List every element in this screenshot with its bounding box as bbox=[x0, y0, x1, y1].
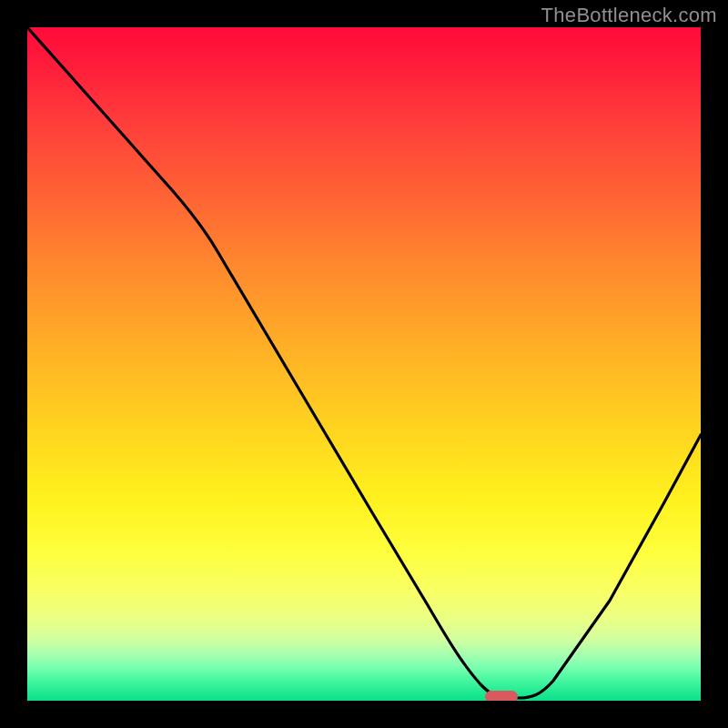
curve-layer bbox=[27, 27, 701, 701]
plot-area bbox=[27, 27, 701, 701]
chart-frame: TheBottleneck.com bbox=[0, 0, 728, 728]
watermark-text: TheBottleneck.com bbox=[541, 4, 717, 27]
sweet-spot-marker bbox=[485, 691, 518, 701]
bottleneck-curve bbox=[27, 27, 701, 698]
